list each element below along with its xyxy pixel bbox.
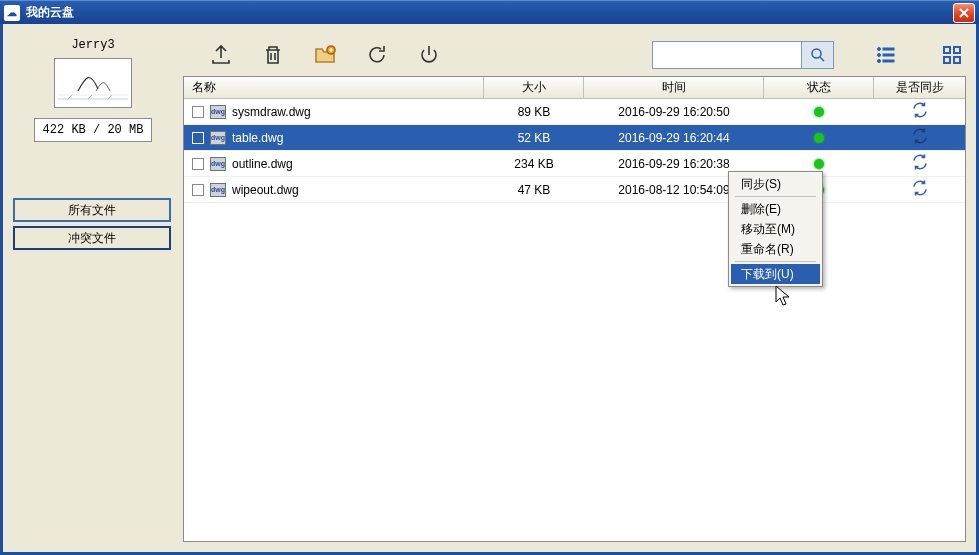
file-status [764,107,874,117]
file-time: 2016-09-29 16:20:38 [584,157,764,171]
sync-icon [911,101,929,122]
file-sync[interactable] [874,153,965,174]
main-panel: 名称 大小 时间 状态 是否同步 dwgsysmdraw.dwg89 KB201… [183,34,966,542]
titlebar: ☁ 我的云盘 [0,0,979,24]
file-time: 2016-09-29 16:20:50 [584,105,764,119]
sync-icon [911,127,929,148]
file-table: 名称 大小 时间 状态 是否同步 dwgsysmdraw.dwg89 KB201… [183,76,966,542]
window-body: Jerry3 422 KB / 20 MB 所有文件 冲突文件 [0,24,979,555]
table-row[interactable]: dwgtable.dwg52 KB2016-09-29 16:20:44 [184,125,965,151]
file-name: sysmdraw.dwg [232,105,311,119]
grid-view-button[interactable] [938,41,966,69]
app-icon: ☁ [4,5,20,21]
ctx-download-to[interactable]: 下载到(U) [731,264,820,284]
delete-button[interactable] [259,41,287,69]
thumbnail [54,58,132,108]
file-icon: dwg [210,157,226,171]
ctx-separator [735,196,816,197]
row-checkbox[interactable] [192,184,204,196]
ctx-delete[interactable]: 删除(E) [731,199,820,219]
file-name: table.dwg [232,131,283,145]
svg-rect-13 [883,60,894,62]
svg-rect-15 [954,47,960,53]
status-dot-icon [814,107,824,117]
ctx-move-to[interactable]: 移动至(M) [731,219,820,239]
file-name: outline.dwg [232,157,293,171]
list-view-button[interactable] [872,41,900,69]
svg-rect-11 [883,54,894,56]
file-size: 234 KB [484,157,584,171]
col-status[interactable]: 状态 [764,77,874,98]
sidebar-btn-label: 所有文件 [68,202,116,219]
table-row[interactable]: dwgoutline.dwg234 KB2016-09-29 16:20:38 [184,151,965,177]
sidebar-btn-conflict-files[interactable]: 冲突文件 [13,226,171,250]
status-dot-icon [814,159,824,169]
sidebar-btn-all-files[interactable]: 所有文件 [13,198,171,222]
col-sync[interactable]: 是否同步 [874,77,965,98]
status-dot-icon [814,133,824,143]
storage-quota: 422 KB / 20 MB [34,118,153,142]
ctx-rename[interactable]: 重命名(R) [731,239,820,259]
file-icon: dwg [210,183,226,197]
file-status [764,159,874,169]
svg-rect-14 [944,47,950,53]
new-folder-button[interactable] [311,41,339,69]
file-sync[interactable] [874,127,965,148]
file-icon: dwg [210,131,226,145]
row-checkbox[interactable] [192,106,204,118]
svg-rect-16 [944,57,950,63]
close-button[interactable] [953,3,975,23]
file-status [764,133,874,143]
refresh-button[interactable] [363,41,391,69]
col-time[interactable]: 时间 [584,77,764,98]
row-checkbox[interactable] [192,132,204,144]
file-sync[interactable] [874,179,965,200]
upload-button[interactable] [207,41,235,69]
file-sync[interactable] [874,101,965,122]
sync-icon [911,179,929,200]
sidebar-btn-label: 冲突文件 [68,230,116,247]
context-menu: 同步(S) 删除(E) 移动至(M) 重命名(R) 下载到(U) [728,171,823,287]
svg-point-12 [878,60,881,63]
row-checkbox[interactable] [192,158,204,170]
sync-icon [911,153,929,174]
col-size[interactable]: 大小 [484,77,584,98]
username-label: Jerry3 [71,38,114,52]
ctx-separator [735,261,816,262]
table-row[interactable]: dwgsysmdraw.dwg89 KB2016-09-29 16:20:50 [184,99,965,125]
search-button[interactable] [802,41,834,69]
search-input[interactable] [652,41,802,69]
file-size: 47 KB [484,183,584,197]
sidebar: Jerry3 422 KB / 20 MB 所有文件 冲突文件 [13,34,173,542]
svg-rect-17 [954,57,960,63]
col-name[interactable]: 名称 [184,77,484,98]
power-button[interactable] [415,41,443,69]
svg-point-10 [878,54,881,57]
svg-rect-9 [883,48,894,50]
table-header: 名称 大小 时间 状态 是否同步 [184,77,965,99]
window-title: 我的云盘 [26,4,953,21]
file-name: wipeout.dwg [232,183,299,197]
toolbar [183,34,966,76]
ctx-sync[interactable]: 同步(S) [731,174,820,194]
svg-point-7 [812,49,821,58]
table-row[interactable]: dwgwipeout.dwg47 KB2016-08-12 10:54:09 [184,177,965,203]
file-icon: dwg [210,105,226,119]
svg-point-8 [878,48,881,51]
file-time: 2016-09-29 16:20:44 [584,131,764,145]
file-size: 52 KB [484,131,584,145]
file-size: 89 KB [484,105,584,119]
